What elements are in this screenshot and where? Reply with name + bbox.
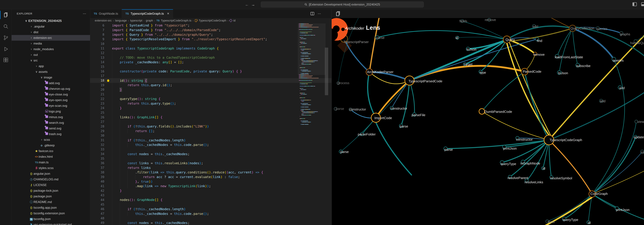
- code-line-41[interactable]: 41.map(link => new TypescriptLink(link))…: [90, 184, 332, 189]
- tree-file-LICENSE[interactable]: ⚷LICENSE: [12, 182, 90, 188]
- code-line-31[interactable]: 31if (!this._cachedNodes.length): [90, 138, 332, 143]
- code-line-9[interactable]: 9import { TypescriptResolvedImport } fro…: [90, 37, 332, 41]
- breadcrumb-item[interactable]: id: [233, 19, 236, 22]
- code-editor[interactable]: 6import { SyntaxKind } from "typescript"…: [90, 23, 332, 225]
- tree-file-search.svg[interactable]: search.svg: [12, 120, 90, 126]
- tree-file-package.json[interactable]: {}package.json: [12, 194, 90, 199]
- tree-file-styles.scss[interactable]: Sstyles.scss: [12, 165, 90, 171]
- tree-file-package-lock.json[interactable]: {}package-lock.json: [12, 188, 90, 194]
- code-line-36[interactable]: 36const links = this.resolveLinks(nodes)…: [90, 161, 332, 166]
- activity-extensions-icon[interactable]: [0, 54, 12, 66]
- minimap[interactable]: [299, 23, 324, 157]
- code-line-25[interactable]: 25: [90, 110, 332, 115]
- code-line-33[interactable]: 33: [90, 147, 332, 152]
- tree-folder-EXTENSION_20240425[interactable]: ∨EXTENSION_20240425: [12, 18, 90, 24]
- code-line-28[interactable]: 28if (!this.query.fields().includes("LIN…: [90, 124, 332, 129]
- tree-file-add.svg[interactable]: add.svg: [12, 80, 90, 86]
- webview-tab-icon[interactable]: [335, 11, 341, 16]
- code-line-46[interactable]: 46if (!this._cachedNodes.length): [90, 207, 332, 212]
- code-line-43[interactable]: 43: [90, 193, 332, 198]
- code-line-8[interactable]: 8import { Query } from "../../../domain/…: [90, 32, 332, 37]
- tab-close-icon[interactable]: ✕: [167, 12, 169, 15]
- code-line-44[interactable]: 44nodes(): GraphNode[] {: [90, 198, 332, 202]
- tree-folder-image[interactable]: ∨image: [12, 75, 90, 80]
- code-line-10[interactable]: 10: [90, 41, 332, 46]
- code-line-29[interactable]: 29return [];: [90, 129, 332, 133]
- breadcrumb-item[interactable]: TypescriptCodeGraph.ts: [161, 19, 192, 22]
- tree-folder-.angular[interactable]: ›.angular: [12, 24, 90, 29]
- code-line-11[interactable]: 11export class TypescriptCodeGraph imple…: [90, 46, 332, 51]
- tree-file-minus.svg[interactable]: minus.svg: [12, 114, 90, 120]
- tree-folder-node_modules[interactable]: ›node_modules: [12, 46, 90, 52]
- code-line-23[interactable]: 23return this.query.type();: [90, 101, 332, 106]
- activity-search-icon[interactable]: [0, 20, 12, 32]
- explorer-actions-icon[interactable]: ⋯: [83, 12, 86, 16]
- code-line-18[interactable]: 18id(): string {: [90, 78, 332, 83]
- code-line-38[interactable]: 38.filter(link => this.query.conditions(…: [90, 170, 332, 175]
- tree-file-CHANGELOG.md[interactable]: ◷CHANGELOG.md: [12, 177, 90, 182]
- tree-file-vsc-extension-quickstart.md[interactable]: ⚑vsc-extension-quickstart.md: [12, 222, 90, 225]
- tree-file-README.md[interactable]: ⓘREADME.md: [12, 199, 90, 205]
- code-line-30[interactable]: 30: [90, 133, 332, 138]
- tree-file-tsconfig.json[interactable]: TStsconfig.json: [12, 216, 90, 222]
- code-line-14[interactable]: 14private _cachedNodes: any[] = [];: [90, 60, 332, 65]
- code-line-12[interactable]: 12: [90, 51, 332, 55]
- code-line-16[interactable]: 16constructor(private code: ParsedCode, …: [90, 69, 332, 74]
- tree-file-tsconfig.app.json[interactable]: {}tsconfig.app.json: [12, 205, 90, 211]
- tree-file-index.html[interactable]: <>index.html: [12, 154, 90, 160]
- breadcrumb-item[interactable]: extension-src: [95, 19, 112, 22]
- breadcrumb[interactable]: extension-src›language›typescript›graph›…: [90, 18, 332, 23]
- tree-folder-assets[interactable]: ∨assets: [12, 69, 90, 75]
- tree-file-eye-close.svg[interactable]: eye-close.svg: [12, 92, 90, 97]
- tree-file-angular.json[interactable]: {}angular.json: [12, 171, 90, 177]
- code-line-37[interactable]: 37return links: [90, 165, 332, 170]
- breadcrumb-item[interactable]: graph: [146, 19, 153, 22]
- tree-folder-src[interactable]: ∨src: [12, 58, 90, 63]
- code-line-27[interactable]: 27: [90, 120, 332, 124]
- tree-file-logo.png[interactable]: logo.png: [12, 109, 90, 114]
- activity-run-debug-icon[interactable]: [0, 43, 12, 54]
- tree-folder-app[interactable]: ›app: [12, 63, 90, 69]
- toggle-panel-icon[interactable]: [641, 2, 644, 6]
- tree-file-favicon.ico[interactable]: ★favicon.ico: [12, 148, 90, 154]
- tab-TypescriptCodeGraph.ts[interactable]: TSTypescriptCodeGraph.ts✕: [122, 9, 173, 18]
- split-editor-icon[interactable]: [310, 12, 314, 15]
- tree-file-eye-open.svg[interactable]: eye-open.svg: [12, 97, 90, 103]
- breadcrumb-item[interactable]: TypescriptCodeGraph: [199, 19, 226, 22]
- toggle-sidebar-icon[interactable]: [632, 2, 637, 6]
- code-line-48[interactable]: 48: [90, 216, 332, 221]
- tree-file-tsconfig.extension.json[interactable]: {}tsconfig.extension.json: [12, 211, 90, 216]
- code-line-34[interactable]: 34const nodes = this._cachedNodes;: [90, 152, 332, 156]
- editor-more-actions-icon[interactable]: ⋯: [318, 12, 321, 16]
- code-line-7[interactable]: 7import { ParsedCode } from "../../../do…: [90, 28, 332, 32]
- code-line-47[interactable]: 47this._cachedNodes = this.code.parse();: [90, 211, 332, 216]
- nav-forward-icon[interactable]: →: [250, 2, 256, 7]
- tree-folder-extension-src[interactable]: ›extension-src: [12, 35, 90, 41]
- tree-file-send.svg[interactable]: send.svg: [12, 126, 90, 131]
- tree-file-.gitkeep[interactable]: ◆.gitkeep: [12, 143, 90, 148]
- code-line-17[interactable]: 17: [90, 74, 332, 78]
- code-line-20[interactable]: 20}: [90, 87, 332, 92]
- code-line-42[interactable]: 42}: [90, 189, 332, 193]
- code-graph-canvas[interactable]: eFileTypescriptParserparseprocessArchiKo…: [332, 18, 644, 225]
- tree-folder-out[interactable]: ›out: [12, 52, 90, 58]
- activity-source-control-icon[interactable]: [0, 32, 12, 43]
- tree-file-chevron-up.svg[interactable]: chevron-up.svg: [12, 86, 90, 92]
- tree-file-eye-scan.svg[interactable]: eye-scan.svg: [12, 103, 90, 109]
- code-line-26[interactable]: 26links(): GraphLink[] {: [90, 115, 332, 120]
- window-search-box[interactable]: [Extension Development Host] extension_2…: [261, 1, 424, 7]
- code-line-21[interactable]: 21: [90, 92, 332, 97]
- tree-folder-media[interactable]: ›media: [12, 41, 90, 46]
- code-line-39[interactable]: 39return acc ? acc = current.evaluate(li…: [90, 175, 332, 179]
- tree-folder-dist[interactable]: ›dist: [12, 29, 90, 35]
- code-line-13[interactable]: 13// TODO: move this to a CachedTypescri…: [90, 55, 332, 60]
- graph-node-DumbParsedCode[interactable]: [479, 109, 485, 114]
- code-line-32[interactable]: 32this._cachedNodes = this.code.parse();: [90, 143, 332, 147]
- tab-GraphNode.ts[interactable]: TSGraphNode.ts: [90, 9, 122, 18]
- code-line-6[interactable]: 6import { SyntaxKind } from "typescript"…: [90, 23, 332, 28]
- code-line-45[interactable]: 45: [90, 202, 332, 207]
- nav-back-icon[interactable]: ←: [244, 2, 250, 7]
- code-line-40[interactable]: 40}, true)): [90, 179, 332, 184]
- tree-folder-scss[interactable]: ›scss: [12, 137, 90, 143]
- code-line-22[interactable]: 22queryType(): string {: [90, 97, 332, 101]
